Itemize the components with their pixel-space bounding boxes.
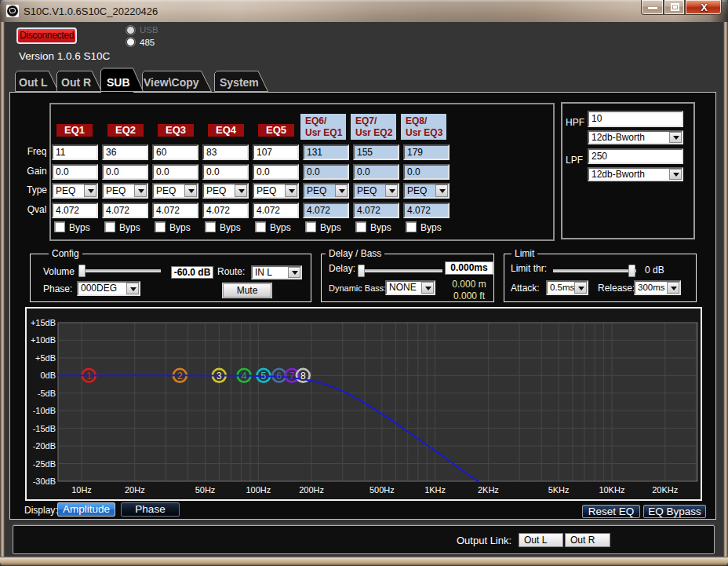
svg-text:Out L: Out L — [19, 76, 48, 89]
svg-text:Out R: Out R — [61, 76, 91, 89]
svg-text:5: 5 — [261, 371, 267, 382]
svg-text:-10dB: -10dB — [33, 406, 56, 415]
svg-text:200Hz: 200Hz — [299, 485, 324, 495]
svg-text:2KHz: 2KHz — [478, 485, 499, 495]
svg-text:4: 4 — [242, 371, 247, 382]
svg-text:View\Copy: View\Copy — [144, 76, 199, 89]
svg-text:2: 2 — [177, 371, 183, 382]
svg-text:1KHz: 1KHz — [424, 485, 446, 495]
svg-text:-5dB: -5dB — [38, 389, 56, 398]
svg-text:1: 1 — [86, 371, 92, 382]
svg-text:20KHz: 20KHz — [652, 485, 678, 495]
svg-text:10Hz: 10Hz — [71, 485, 92, 495]
svg-text:-20dB: -20dB — [33, 441, 56, 451]
svg-text:-25dB: -25dB — [33, 459, 56, 469]
svg-text:10KHz: 10KHz — [599, 485, 624, 495]
svg-text:+15dB: +15dB — [31, 318, 56, 327]
svg-text:SUB: SUB — [107, 76, 130, 89]
svg-text:+5dB: +5dB — [35, 353, 56, 363]
svg-text:100Hz: 100Hz — [246, 485, 271, 495]
svg-text:System: System — [220, 76, 259, 89]
svg-text:7: 7 — [289, 371, 295, 382]
svg-text:3: 3 — [217, 371, 222, 382]
svg-text:0dB: 0dB — [40, 371, 56, 380]
svg-text:-15dB: -15dB — [33, 424, 56, 433]
svg-text:+10dB: +10dB — [31, 335, 56, 345]
svg-text:500Hz: 500Hz — [369, 485, 395, 495]
svg-text:50Hz: 50Hz — [195, 485, 216, 495]
svg-text:-30dB: -30dB — [33, 477, 56, 486]
svg-text:5KHz: 5KHz — [548, 485, 570, 495]
svg-text:20Hz: 20Hz — [125, 485, 145, 495]
svg-text:8: 8 — [300, 371, 306, 382]
svg-text:6: 6 — [276, 371, 282, 382]
